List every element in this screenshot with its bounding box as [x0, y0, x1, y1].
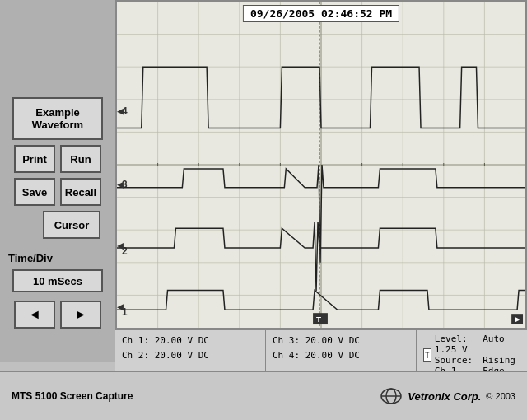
time-div-label: Time/Div	[8, 252, 53, 264]
scope-grid: 4 3 2 1 T ►	[117, 2, 525, 328]
vetronix-logo-icon	[380, 387, 403, 405]
svg-text:►: ►	[514, 315, 522, 324]
trigger-icon: T	[423, 348, 431, 362]
ch4-label: Ch 4: 20.00 V DC	[273, 348, 409, 363]
level-label: Level: 1.25 V	[435, 334, 473, 355]
nav-right-button[interactable]: ►	[60, 301, 101, 329]
trigger-info: T Level: 1.25 V Auto Source: Ch 1 Rising…	[417, 330, 527, 371]
ch2-label: Ch 2: 20.00 V DC	[122, 348, 259, 363]
print-run-row: Print Run	[14, 145, 101, 173]
left-panel: Example Waveform Print Run Save Recall C…	[0, 0, 115, 362]
bottom-bar: MTS 5100 Screen Capture Vetronix Corp. ©…	[0, 371, 527, 420]
svg-marker-35	[117, 109, 124, 115]
svg-marker-37	[117, 243, 124, 250]
ch3-label: Ch 3: 20.00 V DC	[273, 334, 409, 348]
ch1-label: Ch 1: 20.00 V DC	[122, 334, 259, 348]
example-waveform-button[interactable]: Example Waveform	[12, 97, 103, 140]
timestamp: 09/26/2005 02:46:52 PM	[243, 5, 399, 22]
nav-left-button[interactable]: ◄	[14, 301, 55, 329]
channel-info: Ch 1: 20.00 V DC Ch 2: 20.00 V DC	[115, 330, 266, 371]
scope-screen: 09/26/2005 02:46:52 PM 4 3	[115, 0, 527, 329]
cursor-row: Cursor	[15, 211, 100, 239]
print-button[interactable]: Print	[14, 145, 55, 173]
copyright-text: © 2003	[486, 391, 515, 401]
cursor-button[interactable]: Cursor	[43, 211, 100, 239]
nav-row: ◄ ►	[14, 301, 101, 329]
svg-text:T: T	[316, 315, 321, 324]
status-bar: Ch 1: 20.00 V DC Ch 2: 20.00 V DC Ch 3: …	[115, 329, 527, 371]
save-recall-row: Save Recall	[14, 178, 101, 206]
vetronix-logo-text: Vetronix Corp.	[408, 390, 481, 403]
recall-button[interactable]: Recall	[60, 178, 101, 206]
bottom-left-text: MTS 5100 Screen Capture	[12, 390, 133, 402]
bottom-right: Vetronix Corp. © 2003	[380, 387, 515, 405]
save-button[interactable]: Save	[14, 178, 55, 206]
level-mode: Auto	[483, 334, 520, 355]
run-button[interactable]: Run	[60, 145, 101, 173]
channel-info-right: Ch 3: 20.00 V DC Ch 4: 20.00 V DC	[266, 330, 417, 371]
time-div-value: 10 mSecs	[12, 269, 103, 292]
